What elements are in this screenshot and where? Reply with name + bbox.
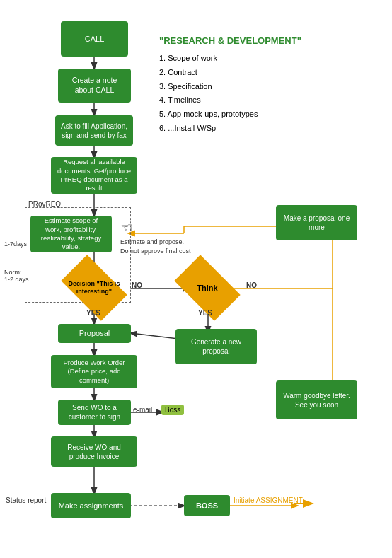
flowchart: 1-7days Norm:1-2 days CALL Create a note… xyxy=(0,0,392,558)
status-report-label: Status report xyxy=(6,496,46,504)
proposal-box: Proposal xyxy=(58,324,131,343)
warm-goodbye-box: Warm goodbye letter. See you soon xyxy=(276,380,357,419)
label-norm-days: Norm:1-2 days xyxy=(4,269,29,283)
estimate-scope-box: Estimate scope of work, profitability, r… xyxy=(30,216,112,252)
boss-box: BOSS xyxy=(184,495,230,516)
produce-wo-box: Produce Work Order (Define price, add co… xyxy=(51,355,137,388)
no-label-1: NO xyxy=(132,281,142,289)
rd-list: 1. Scope of work 2. Contract 3. Specific… xyxy=(159,52,371,136)
rd-section: "RESEARCH & DEVELOPMENT" 1. Scope of wor… xyxy=(159,35,371,136)
yes-label-2: YES xyxy=(198,309,212,317)
initiate-assignment-label: Initiate ASSIGNMENT xyxy=(234,496,303,504)
call-box: CALL xyxy=(61,21,128,57)
email-label: e-mail xyxy=(133,406,152,414)
create-note-box: Create a note about CALL xyxy=(58,69,131,103)
think-diamond-container: Think xyxy=(175,267,239,308)
boss-badge: Boss xyxy=(161,405,184,415)
receive-wo-box: Receive WO and produce Invoice xyxy=(51,436,137,467)
label-1-7days: 1-7days xyxy=(4,240,27,248)
think-label: Think xyxy=(197,284,217,292)
request-docs-box: Request all available documents. Get/pro… xyxy=(51,157,137,194)
generate-proposal-box: Generate a new proposal xyxy=(175,329,257,364)
make-proposal-more-box: Make a proposal one more xyxy=(276,205,357,240)
yes-label-1: YES xyxy=(86,309,100,317)
rd-title: "RESEARCH & DEVELOPMENT" xyxy=(159,35,371,46)
provreq-label: PRovREQ xyxy=(28,200,61,208)
decision-label: Decision "This is interesting" xyxy=(62,280,126,296)
make-assignments-box: Make assignments xyxy=(51,493,131,518)
ask-fill-box: Ask to fill Application, sign and send b… xyxy=(55,115,133,146)
no-label-2: NO xyxy=(246,281,257,289)
decision-diamond-container: Decision "This is interesting" xyxy=(62,267,126,308)
estimate-annotation: ☞ Estimate and propose.Do not approve fi… xyxy=(120,218,198,255)
send-wo-box: Send WO to a customer to sign xyxy=(58,400,131,425)
